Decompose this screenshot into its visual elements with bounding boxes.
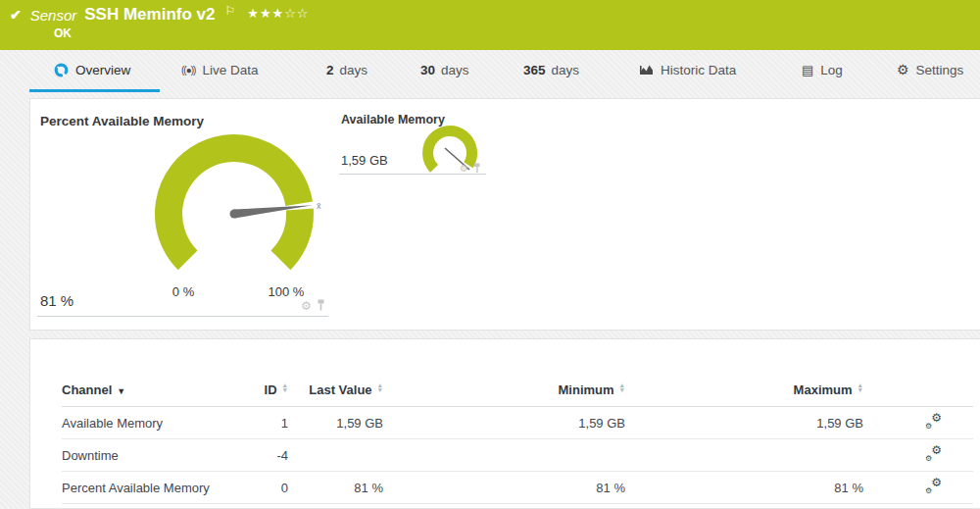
tab-settings[interactable]: ⚙ Settings <box>897 50 963 89</box>
tab-overview[interactable]: Overview <box>54 50 130 89</box>
priority-stars[interactable]: ★★★☆☆ <box>247 6 309 21</box>
channel-last-value-cell: 81 % <box>288 472 383 504</box>
channel-minimum-cell <box>383 439 625 472</box>
tab-live-data-label: Live Data <box>202 63 258 77</box>
channel-minimum-cell: 1,59 GB <box>383 407 625 439</box>
tab-30-days-number: 30 <box>420 63 435 77</box>
sort-icon: ▲▼ <box>282 382 288 392</box>
gauges-panel: Percent Available Memory x̄ 0 % 100 % 81… <box>29 98 980 331</box>
tab-historic-data[interactable]: Historic Data <box>639 50 736 89</box>
tab-30-days-label: days <box>441 63 469 77</box>
tab-30-days[interactable]: 30 days <box>420 50 469 89</box>
absolute-gauge-divider <box>339 174 486 175</box>
column-header-actions <box>863 382 973 407</box>
sort-desc-icon: ▼ <box>117 386 125 396</box>
log-icon: ▤ <box>802 63 813 77</box>
tab-2-days-number: 2 <box>326 63 334 77</box>
table-header-row: Channel▼ ID▲▼ Last Value▲▼ Minimum▲▼ Max… <box>62 382 973 407</box>
tab-365-days[interactable]: 365 days <box>523 50 579 89</box>
channel-maximum-cell: 81 % <box>625 472 863 504</box>
object-kind-label: Sensor <box>30 7 77 24</box>
channel-maximum-cell <box>625 439 863 472</box>
percent-gauge-chart: x̄ 0 % 100 % <box>136 111 332 302</box>
percent-gauge-value: 81 % <box>40 292 74 309</box>
edit-channel-gears-icon[interactable]: ⚙⚙ <box>925 479 942 493</box>
gauge-gear-icon[interactable]: ⚙ <box>460 163 468 174</box>
sensor-name: SSH Meminfo v2 <box>84 5 215 25</box>
channel-last-value-cell <box>288 439 383 472</box>
absolute-gauge-value: 1,59 GB <box>341 153 388 168</box>
channel-maximum-cell: 1,59 GB <box>625 407 863 439</box>
priority-flag-icon[interactable]: ⚐ <box>224 4 235 18</box>
sensor-title-row: ✔ Sensor SSH Meminfo v2 ⚐ ★★★☆☆ <box>10 5 310 25</box>
gauge-pin-icon[interactable] <box>317 297 325 315</box>
channel-name-cell[interactable]: Downtime <box>62 439 258 472</box>
edit-channel-gears-icon[interactable]: ⚙⚙ <box>925 414 942 429</box>
gauge-icon <box>54 63 69 77</box>
average-marker: x̄ <box>317 201 321 211</box>
column-header-id[interactable]: ID▲▼ <box>258 382 288 407</box>
tab-365-days-number: 365 <box>523 63 546 77</box>
sensor-status-header: ✔ Sensor SSH Meminfo v2 ⚐ ★★★☆☆ OK <box>0 0 980 50</box>
tab-bar: Overview ((●)) Live Data 2 days 30 days … <box>0 50 980 93</box>
status-badge: OK <box>54 26 72 40</box>
channel-id-cell: 0 <box>258 472 288 504</box>
table-row: Percent Available Memory 0 81 % 81 % 81 … <box>62 472 973 504</box>
area-chart-icon <box>639 64 654 76</box>
tab-2-days[interactable]: 2 days <box>326 50 368 89</box>
table-row: Available Memory 1 1,59 GB 1,59 GB 1,59 … <box>62 407 973 439</box>
tab-overview-label: Overview <box>75 63 130 77</box>
gauge-min-label: 0 % <box>172 284 195 299</box>
status-check-icon: ✔ <box>10 7 22 23</box>
column-header-channel[interactable]: Channel▼ <box>62 382 258 407</box>
active-tab-underline <box>29 89 160 92</box>
channel-minimum-cell: 81 % <box>383 472 625 504</box>
tab-365-days-label: days <box>552 63 580 77</box>
column-header-last-value[interactable]: Last Value▲▼ <box>288 382 383 407</box>
tab-2-days-label: days <box>340 63 368 77</box>
column-header-minimum[interactable]: Minimum▲▼ <box>383 382 625 407</box>
channel-name-cell[interactable]: Available Memory <box>62 407 258 439</box>
channels-panel: Channel▼ ID▲▼ Last Value▲▼ Minimum▲▼ Max… <box>29 338 980 509</box>
gear-icon: ⚙ <box>897 62 909 77</box>
tab-log[interactable]: ▤ Log <box>802 50 843 89</box>
percent-gauge-divider <box>37 316 328 317</box>
tab-historic-data-label: Historic Data <box>661 63 736 77</box>
channels-table: Channel▼ ID▲▼ Last Value▲▼ Minimum▲▼ Max… <box>62 382 973 504</box>
edit-channel-gears-icon[interactable]: ⚙⚙ <box>925 446 942 461</box>
gauge-max-label: 100 % <box>269 284 305 299</box>
column-header-maximum[interactable]: Maximum▲▼ <box>625 382 863 407</box>
tab-settings-label: Settings <box>916 63 964 77</box>
channel-last-value-cell: 1,59 GB <box>288 407 383 439</box>
sort-icon: ▲▼ <box>858 382 863 392</box>
channel-name-cell[interactable]: Percent Available Memory <box>62 472 258 504</box>
gauge-gear-icon[interactable]: ⚙ <box>301 299 312 313</box>
sort-icon: ▲▼ <box>619 382 625 392</box>
tab-live-data[interactable]: ((●)) Live Data <box>181 50 258 89</box>
tab-log-label: Log <box>820 63 843 77</box>
sort-icon: ▲▼ <box>377 382 383 392</box>
channel-id-cell: 1 <box>258 407 288 439</box>
broadcast-icon: ((●)) <box>181 65 195 76</box>
table-row: Downtime -4 ⚙⚙ <box>62 439 973 472</box>
channel-id-cell: -4 <box>258 439 288 472</box>
